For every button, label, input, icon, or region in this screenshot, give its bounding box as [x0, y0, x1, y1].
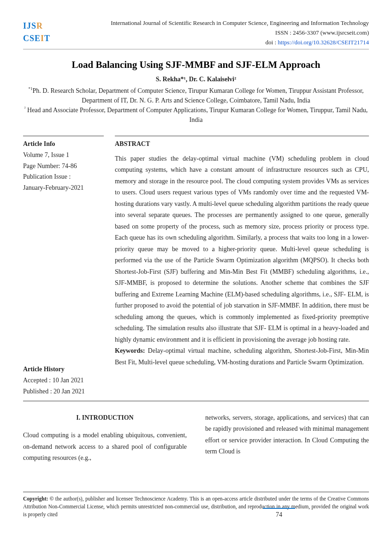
page-number: 74: [263, 508, 295, 520]
abstract-column: ABSTRACT This paper studies the delay-op…: [115, 136, 369, 397]
main-block: Article Info Volume 7, Issue 1 Page Numb…: [23, 136, 369, 397]
header: IJSR CSEIT International Journal of Scie…: [23, 18, 369, 49]
keywords-text: Delay-optimal virtual machine, schedulin…: [115, 347, 369, 366]
keywords-label: Keywords:: [115, 347, 148, 354]
pages-line: Page Number: 74-86: [23, 161, 104, 172]
section-divider: [23, 401, 369, 401]
abstract-body: This paper studies the delay-optimal vir…: [115, 153, 369, 368]
affiliations: *1Ph. D. Research Scholar, Department of…: [23, 86, 369, 125]
pub-issue-label: Publication Issue :: [23, 171, 104, 182]
paper-title: Load Balancing Using SJF-MMBF and SJF-EL…: [23, 58, 369, 72]
copyright-label: Copyright: ©: [23, 496, 53, 501]
intro-row: I. INTRODUCTION Cloud computing is a mod…: [23, 412, 369, 464]
doi-line: doi : https://doi.org/10.32628/CSEIT2171…: [64, 38, 369, 48]
pub-issue: January-February-2021: [23, 182, 104, 193]
intro-left-text: Cloud computing is a model enabling ubiq…: [23, 430, 187, 464]
article-history-heading: Article History: [23, 364, 104, 374]
intro-right-text: networks, servers, storage, applications…: [205, 412, 369, 458]
article-info-heading: Article Info: [23, 139, 104, 149]
footer: Copyright: © the author(s), publisher an…: [23, 492, 369, 519]
intro-right-col: networks, servers, storage, applications…: [205, 412, 369, 464]
published-line: Published : 20 Jan 2021: [23, 386, 104, 397]
accepted-line: Accepted : 10 Jan 2021: [23, 375, 104, 386]
journal-logo: IJSR CSEIT: [23, 18, 57, 46]
header-meta: International Journal of Scientific Rese…: [64, 18, 369, 47]
intro-left-col: I. INTRODUCTION Cloud computing is a mod…: [23, 412, 187, 464]
sidebar: Article Info Volume 7, Issue 1 Page Numb…: [23, 136, 104, 397]
doi-link[interactable]: https://doi.org/10.32628/CSEIT21714: [278, 39, 369, 46]
volume-line: Volume 7, Issue 1: [23, 150, 104, 161]
journal-title: International Journal of Scientific Rese…: [64, 18, 369, 28]
issn-line: ISSN : 2456-3307 (www.ijsrcseit.com): [64, 28, 369, 38]
copyright-text: the author(s), publisher and licensee Te…: [23, 496, 369, 518]
authors: S. Rekha*¹, Dr. C. Kalaiselvi²: [23, 74, 369, 84]
abstract-heading: ABSTRACT: [115, 136, 369, 149]
intro-heading: I. INTRODUCTION: [23, 412, 187, 424]
